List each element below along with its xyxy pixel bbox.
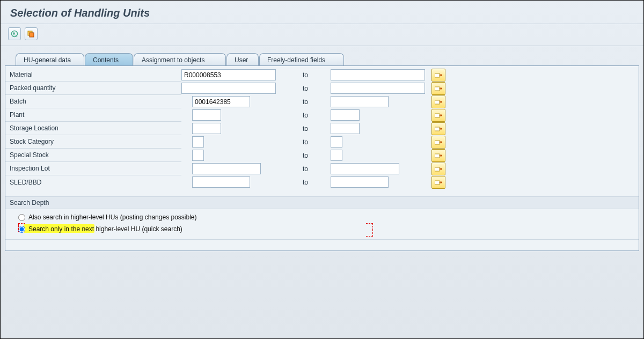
to-label: to — [295, 152, 316, 159]
batch-to-input[interactable] — [331, 96, 389, 107]
to-label: to — [295, 98, 316, 106]
sled-bbd-from-input[interactable] — [192, 176, 250, 188]
inspection-lot-multiselect-button[interactable] — [431, 163, 445, 175]
to-label: to — [295, 165, 316, 173]
radio-next-higher-level-hu[interactable]: Search only in the next higher-level HU … — [18, 223, 634, 235]
storage-location-from-input[interactable] — [192, 123, 221, 134]
to-label: to — [295, 138, 316, 146]
batch-from-input[interactable] — [192, 96, 250, 107]
field-label-inspection-lot: Inspection Lot — [5, 162, 181, 175]
stock-category-multiselect-button[interactable] — [431, 136, 445, 149]
radio-label: Search only in the next higher-level HU … — [28, 225, 182, 233]
svg-rect-2 — [30, 33, 34, 37]
tab-label: User — [235, 56, 248, 64]
tab-assignment-to-objects[interactable]: Assignment to objects — [134, 53, 226, 66]
sled-bbd-to-input[interactable] — [331, 176, 389, 188]
tab-hu-general-data[interactable]: HU-general data — [16, 53, 84, 66]
field-label-material: Material — [5, 68, 181, 82]
page-title: Selection of Handling Units — [1, 1, 643, 24]
special-stock-to-input[interactable] — [331, 150, 342, 161]
tab-freely-defined-fields[interactable]: Freely-defined fields — [259, 53, 344, 66]
svg-rect-10 — [435, 167, 440, 171]
field-label-storage-location: Storage Location — [5, 122, 181, 135]
to-label: to — [295, 85, 316, 92]
plant-multiselect-button[interactable] — [431, 109, 445, 122]
svg-rect-8 — [435, 141, 440, 144]
to-label: to — [295, 112, 316, 119]
field-label-special-stock: Special Stock — [5, 149, 181, 162]
variant-button[interactable] — [25, 27, 38, 40]
tab-label: Freely-defined fields — [267, 56, 325, 64]
svg-rect-7 — [435, 127, 440, 131]
field-label-packed-quantity: Packed quantity — [5, 82, 181, 95]
stock-category-to-input[interactable] — [331, 136, 342, 148]
field-label-plant: Plant — [5, 108, 181, 122]
tab-panel-contents: Material to Packed quantity to — [5, 65, 639, 251]
svg-rect-9 — [435, 154, 440, 158]
material-to-input[interactable] — [331, 69, 425, 80]
plant-from-input[interactable] — [192, 109, 221, 121]
packed-quantity-from-input[interactable] — [181, 83, 276, 94]
sled-bbd-multiselect-button[interactable] — [431, 176, 445, 189]
plant-to-input[interactable] — [331, 109, 360, 121]
radio-higher-level-hus-input[interactable] — [18, 214, 25, 221]
radio-higher-level-hus[interactable]: Also search in higher-level HUs (posting… — [18, 211, 634, 223]
tab-user[interactable]: User — [226, 53, 259, 66]
to-label: to — [295, 125, 316, 132]
focus-indicator-icon — [18, 223, 25, 230]
special-stock-multiselect-button[interactable] — [431, 149, 445, 162]
tab-label: Assignment to objects — [142, 56, 204, 64]
field-label-batch: Batch — [5, 95, 181, 108]
storage-location-to-input[interactable] — [331, 123, 360, 134]
field-label-stock-category: Stock Category — [5, 135, 181, 149]
svg-rect-11 — [435, 181, 440, 185]
packed-quantity-multiselect-button[interactable] — [431, 82, 445, 95]
tabstrip: HU-general data Contents Assignment to o… — [5, 51, 639, 65]
svg-rect-3 — [435, 73, 440, 77]
to-label: to — [295, 71, 316, 79]
tab-label: Contents — [93, 56, 119, 64]
search-depth-group: Search Depth Also search in higher-level… — [5, 196, 639, 240]
batch-multiselect-button[interactable] — [431, 95, 445, 108]
tab-contents[interactable]: Contents — [85, 53, 133, 66]
to-label: to — [295, 179, 316, 186]
stock-category-from-input[interactable] — [192, 136, 204, 148]
material-from-input[interactable] — [181, 69, 276, 80]
svg-rect-5 — [435, 100, 440, 104]
packed-quantity-to-input[interactable] — [331, 83, 425, 94]
radio-label: Also search in higher-level HUs (posting… — [28, 213, 197, 221]
tab-label: HU-general data — [24, 56, 71, 64]
search-depth-title: Search Depth — [5, 197, 639, 209]
special-stock-from-input[interactable] — [192, 150, 204, 161]
inspection-lot-from-input[interactable] — [192, 163, 261, 174]
inspection-lot-to-input[interactable] — [331, 163, 399, 174]
storage-location-multiselect-button[interactable] — [431, 122, 445, 135]
svg-rect-6 — [435, 114, 440, 117]
focus-indicator-icon — [366, 230, 373, 237]
field-label-sled-bbd: SLED/BBD — [5, 176, 181, 189]
toolbar — [1, 24, 643, 46]
svg-rect-4 — [435, 87, 440, 91]
material-multiselect-button[interactable] — [431, 69, 445, 82]
execute-button[interactable] — [8, 27, 21, 40]
